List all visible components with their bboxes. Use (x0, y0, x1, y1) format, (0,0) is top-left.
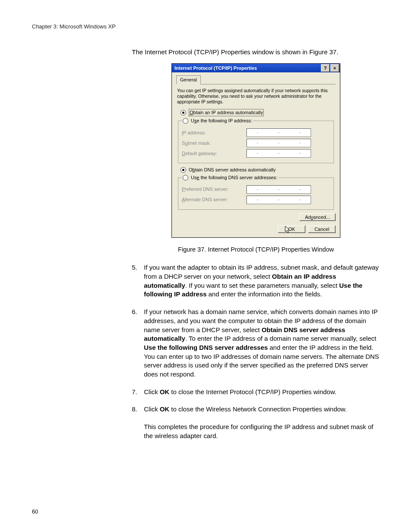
figure-caption: Figure 37. Internet Protocol (TCP/IP) Pr… (132, 246, 380, 254)
cursor-icon (285, 226, 291, 234)
chapter-header: Chapter 3: Microsoft Windows XP (32, 23, 381, 30)
step-5: 5. If you want the adapter to obtain its… (132, 263, 380, 299)
close-button[interactable]: × (330, 64, 339, 72)
step-7: 7. Click OK to close the Internet Protoc… (132, 388, 380, 397)
page-number: 60 (32, 508, 38, 515)
step-6: 6. If your network has a domain name ser… (132, 308, 380, 379)
ok-button[interactable]: OK (278, 225, 305, 233)
default-gateway-label: Default gateway: (182, 150, 246, 157)
subnet-mask-label: Subnet mask: (182, 140, 246, 146)
preferred-dns-input[interactable] (246, 185, 311, 194)
dns-server-group: Use the following DNS server addresses: … (178, 174, 334, 210)
tab-general[interactable]: General (176, 75, 201, 84)
cancel-button[interactable]: Cancel (308, 225, 336, 233)
radio-obtain-dns-auto[interactable]: Obtain DNS server address automatically (181, 167, 336, 173)
tcpip-properties-dialog: Internet Protocol (TCP/IP) Properties ? … (171, 63, 340, 238)
radio-icon (181, 167, 186, 173)
ip-address-group: Use the following IP address: IP address… (178, 118, 334, 163)
default-gateway-input[interactable] (246, 149, 311, 158)
advanced-button[interactable]: Advanced... (299, 213, 336, 221)
radio-use-dns[interactable]: Use the following DNS server addresses: (183, 174, 277, 181)
alternate-dns-input[interactable] (246, 196, 311, 204)
dialog-titlebar: Internet Protocol (TCP/IP) Properties ? … (172, 64, 340, 72)
radio-icon (183, 175, 188, 180)
preferred-dns-label: Preferred DNS server: (182, 186, 246, 193)
alternate-dns-label: Alternate DNS server: (182, 196, 246, 203)
radio-use-ip[interactable]: Use the following IP address: (183, 118, 252, 124)
dialog-description: You can get IP settings assigned automat… (177, 88, 335, 105)
tab-row: General (176, 75, 336, 84)
intro-text: The Internet Protocol (TCP/IP) Propertie… (132, 48, 380, 56)
ip-address-input[interactable] (246, 128, 311, 137)
radio-obtain-ip-auto[interactable]: Obtain an IP address automatically (181, 109, 336, 116)
subnet-mask-input[interactable] (246, 139, 311, 147)
dialog-title: Internet Protocol (TCP/IP) Properties (174, 65, 257, 72)
radio-icon (181, 110, 186, 115)
closing-text: This completes the procedure for configu… (144, 423, 380, 440)
help-button[interactable]: ? (321, 64, 330, 72)
step-8: 8. Click OK to close the Wireless Networ… (132, 405, 380, 414)
radio-icon (183, 118, 188, 124)
ip-address-label: IP address: (182, 130, 246, 136)
